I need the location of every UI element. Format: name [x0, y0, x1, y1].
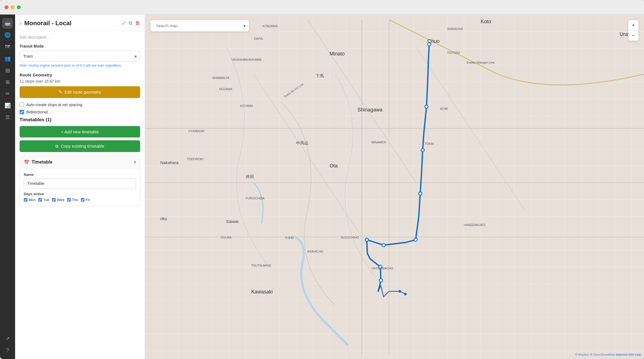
sidebar-item-grid[interactable]: ⊞: [2, 77, 13, 87]
add-timetable-button[interactable]: + Add new timetable: [20, 126, 140, 137]
zoom-out-button[interactable]: −: [628, 31, 638, 41]
day-wed[interactable]: Wed: [52, 198, 64, 202]
minimize-button[interactable]: [11, 5, 15, 9]
sidebar-item-export[interactable]: ↗: [2, 333, 13, 344]
sidebar-item-help[interactable]: ?: [2, 345, 13, 356]
timetable-expand-icon: ▾: [134, 160, 136, 164]
zoom-in-button[interactable]: +: [628, 20, 638, 30]
panel-title: Monorail - Local: [24, 20, 119, 27]
map-zoom-controls: + −: [628, 20, 638, 41]
auto-create-label: Auto-create stops at set spacing: [26, 102, 82, 107]
days-active-label: Days active: [24, 192, 136, 196]
bidirectional-checkbox[interactable]: [20, 110, 24, 114]
timetables-header: Timetables (1): [20, 117, 140, 123]
timetable-card-title: Timetable: [32, 160, 134, 165]
window-content: 🚌 🌐 🗺 👥 ▤ ⊞ ✏ 📊 ☰ ↗ ? ‹ Monorail - Local…: [0, 15, 644, 359]
map-search-dropdown-icon[interactable]: ▾: [243, 23, 246, 29]
map-search-input[interactable]: [154, 20, 243, 31]
sidebar-item-people[interactable]: 👥: [2, 53, 13, 64]
edit-route-geometry-button[interactable]: ✎ Edit route geometry: [20, 86, 140, 98]
timetable-name-label: Name: [24, 172, 136, 177]
sidebar-item-chart[interactable]: 📊: [2, 100, 13, 111]
map-area[interactable]: Koto Urayasu Chuo SHINSUNA KITAZAWA DAIT…: [145, 15, 644, 359]
sidebar-item-list[interactable]: ☰: [2, 112, 13, 123]
sidebar-item-edit[interactable]: ✏: [2, 88, 13, 99]
improve-map-link[interactable]: Improve this map: [616, 353, 641, 356]
route-geometry-label: Route Geometry: [20, 73, 140, 77]
days-section: Days active Mon Tue Wed Thu Fri: [24, 192, 136, 202]
sidebar-item-globe[interactable]: 🌐: [2, 30, 13, 40]
osm-link[interactable]: OpenStreetMap: [593, 353, 615, 356]
timetable-card-header[interactable]: 📅 Timetable ▾: [20, 156, 140, 168]
copy-icon[interactable]: ⧉: [129, 20, 132, 26]
side-panel: ‹ Monorail - Local ⤢ ⧉ 🗑 Add description…: [15, 15, 145, 359]
auto-create-row: Auto-create stops at set spacing: [20, 102, 140, 107]
day-mon[interactable]: Mon: [24, 198, 36, 202]
add-description[interactable]: Add description...: [20, 35, 140, 39]
day-fri[interactable]: Fri: [81, 198, 90, 202]
edit-icon-pencil: ✎: [59, 90, 62, 95]
edit-route-label: Edit route geometry: [65, 90, 101, 94]
sidebar-item-layers[interactable]: ▤: [2, 65, 13, 76]
expand-icon[interactable]: ⤢: [122, 20, 126, 26]
route-geometry-section: Route Geometry 11 stops over 18.67 km ✎ …: [20, 73, 140, 98]
stops-info: 11 stops over 18.67 km: [20, 79, 140, 83]
add-timetable-label: + Add new timetable: [61, 129, 99, 134]
mapbox-link[interactable]: Mapbox: [578, 353, 589, 356]
icon-sidebar: 🚌 🌐 🗺 👥 ▤ ⊞ ✏ 📊 ☰ ↗ ?: [0, 15, 15, 359]
transit-mode-section: Transit Mode Tram Bus Rail Metro Ferry ▾…: [20, 44, 140, 68]
close-button[interactable]: [4, 5, 8, 9]
copy-timetable-label: Copy existing timetable: [61, 144, 104, 148]
map-background: [145, 15, 644, 359]
transit-mode-label: Transit Mode: [20, 44, 140, 48]
copy-icon-small: ⧉: [55, 144, 58, 149]
panel-body: Add description... Transit Mode Tram Bus…: [15, 31, 145, 359]
timetable-card: 📅 Timetable ▾ Name Days active Mon Tue: [20, 156, 140, 206]
day-thu[interactable]: Thu: [67, 198, 78, 202]
timetable-name-input[interactable]: [24, 178, 136, 188]
bidirectional-row: Bidirectional: [20, 110, 140, 114]
sidebar-item-transit[interactable]: 🚌: [2, 18, 13, 29]
back-button[interactable]: ‹: [20, 20, 22, 27]
map-attribution: © Mapbox © OpenStreetMap Improve this ma…: [575, 353, 641, 356]
auto-create-checkbox[interactable]: [20, 102, 24, 107]
maximize-button[interactable]: [17, 5, 21, 9]
app-window: 🚌 🌐 🗺 👥 ▤ ⊞ ✏ 📊 ☰ ↗ ? ‹ Monorail - Local…: [0, 0, 644, 359]
bidirectional-label: Bidirectional: [26, 110, 48, 114]
header-icons: ⤢ ⧉ 🗑: [122, 20, 140, 26]
timetable-card-body: Name Days active Mon Tue Wed Thu Fri: [20, 168, 140, 206]
titlebar: [0, 0, 644, 15]
panel-header: ‹ Monorail - Local ⤢ ⧉ 🗑: [15, 15, 145, 31]
delete-icon[interactable]: 🗑: [135, 20, 140, 26]
calendar-icon: 📅: [24, 160, 29, 165]
map-search-bar: ▾: [151, 20, 249, 31]
sidebar-item-map[interactable]: 🗺: [2, 41, 13, 52]
transit-mode-note: Note: routing engine versions prior to v…: [20, 63, 140, 68]
transit-mode-select[interactable]: Tram Bus Rail Metro Ferry: [20, 51, 140, 62]
day-tue[interactable]: Tue: [38, 198, 49, 202]
transit-mode-select-wrapper: Tram Bus Rail Metro Ferry ▾: [20, 51, 140, 62]
copy-timetable-button[interactable]: ⧉ Copy existing timetable: [20, 140, 140, 152]
days-row: Mon Tue Wed Thu Fri: [24, 198, 136, 202]
